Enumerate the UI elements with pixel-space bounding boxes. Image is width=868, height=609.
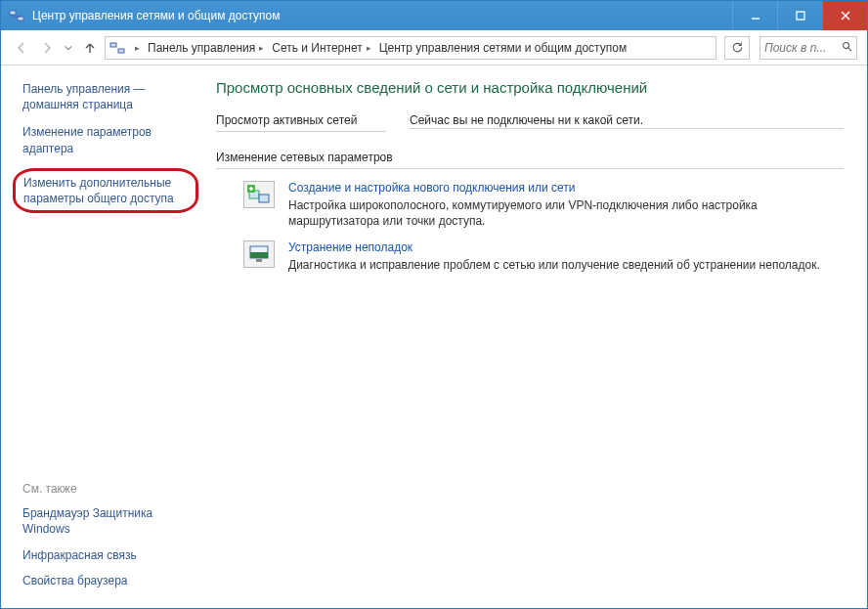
divider bbox=[216, 168, 844, 169]
breadcrumb-label: Сеть и Интернет bbox=[272, 41, 362, 55]
troubleshoot-item: Устранение неполадок Диагностика и испра… bbox=[243, 240, 844, 273]
titlebar: Центр управления сетями и общим доступом bbox=[1, 1, 867, 30]
sidebar-advanced-sharing-link[interactable]: Изменить дополнительные параметры общего… bbox=[23, 175, 188, 206]
seealso-firewall-link[interactable]: Брандмауэр Защитника Windows bbox=[22, 505, 193, 537]
breadcrumb-label: Панель управления bbox=[148, 41, 255, 55]
search-box[interactable] bbox=[760, 36, 857, 60]
page-heading: Просмотр основных сведений о сети и наст… bbox=[216, 79, 844, 96]
location-icon bbox=[109, 40, 125, 56]
up-button[interactable] bbox=[79, 37, 101, 59]
sidebar: Панель управления — домашняя страница Из… bbox=[1, 65, 206, 608]
divider bbox=[216, 131, 386, 132]
troubleshoot-desc: Диагностика и исправление проблем с сеть… bbox=[288, 257, 844, 273]
breadcrumb-seg-control-panel[interactable]: Панель управления ▸ bbox=[144, 37, 268, 59]
new-connection-icon bbox=[243, 181, 275, 208]
address-bar[interactable]: ▸ Панель управления ▸ Сеть и Интернет ▸ … bbox=[105, 36, 716, 60]
svg-rect-15 bbox=[256, 259, 262, 262]
active-networks-message: Сейчас вы не подключены ни к какой сети. bbox=[410, 113, 643, 127]
breadcrumb-label: Центр управления сетями и общим доступом bbox=[379, 41, 628, 55]
change-settings-section: Изменение сетевых параметров Создание и … bbox=[216, 151, 844, 274]
change-settings-label: Изменение сетевых параметров bbox=[216, 151, 844, 164]
svg-rect-0 bbox=[10, 11, 16, 15]
svg-rect-1 bbox=[18, 17, 23, 21]
seealso-infrared-link[interactable]: Инфракрасная связь bbox=[22, 547, 193, 563]
svg-line-9 bbox=[848, 48, 851, 51]
close-button[interactable] bbox=[822, 1, 867, 30]
main-content: Просмотр основных сведений о сети и наст… bbox=[206, 65, 867, 608]
app-icon bbox=[9, 8, 24, 23]
new-connection-desc: Настройка широкополосного, коммутируемог… bbox=[288, 197, 844, 229]
new-connection-item: Создание и настройка нового подключения … bbox=[243, 181, 844, 229]
breadcrumb-seg-sharing-center[interactable]: Центр управления сетями и общим доступом bbox=[375, 37, 631, 59]
search-icon bbox=[842, 41, 852, 55]
refresh-button[interactable] bbox=[724, 36, 750, 60]
divider bbox=[410, 128, 844, 129]
maximize-button[interactable] bbox=[777, 1, 822, 30]
breadcrumb-seg-network[interactable]: Сеть и Интернет ▸ bbox=[268, 37, 374, 59]
sidebar-adapter-link[interactable]: Изменение параметров адаптера bbox=[22, 124, 193, 155]
forward-button[interactable] bbox=[36, 37, 58, 59]
svg-rect-11 bbox=[259, 195, 269, 202]
troubleshoot-link[interactable]: Устранение неполадок bbox=[288, 240, 844, 254]
seealso-browser-link[interactable]: Свойства браузера bbox=[22, 573, 193, 588]
see-also-header: См. также bbox=[22, 482, 193, 496]
history-dropdown[interactable] bbox=[62, 37, 75, 59]
breadcrumb-seg-1[interactable]: ▸ bbox=[127, 37, 144, 59]
sidebar-home-link[interactable]: Панель управления — домашняя страница bbox=[22, 81, 193, 112]
search-input[interactable] bbox=[764, 41, 833, 55]
svg-point-8 bbox=[844, 42, 849, 48]
troubleshoot-icon bbox=[243, 240, 275, 268]
nav-row: ▸ Панель управления ▸ Сеть и Интернет ▸ … bbox=[1, 30, 867, 65]
minimize-button[interactable] bbox=[732, 1, 777, 30]
svg-rect-14 bbox=[250, 252, 268, 258]
see-also-section: См. также Брандмауэр Защитника Windows И… bbox=[22, 482, 193, 598]
new-connection-link[interactable]: Создание и настройка нового подключения … bbox=[288, 181, 844, 195]
highlight-advanced-sharing: Изменить дополнительные параметры общего… bbox=[13, 168, 198, 213]
active-networks-label: Просмотр активных сетей bbox=[216, 113, 386, 127]
window-buttons bbox=[732, 1, 867, 30]
svg-rect-6 bbox=[110, 43, 116, 47]
svg-rect-3 bbox=[797, 12, 804, 20]
svg-rect-7 bbox=[118, 49, 124, 53]
back-button[interactable] bbox=[11, 37, 32, 59]
window-title: Центр управления сетями и общим доступом bbox=[30, 9, 732, 22]
